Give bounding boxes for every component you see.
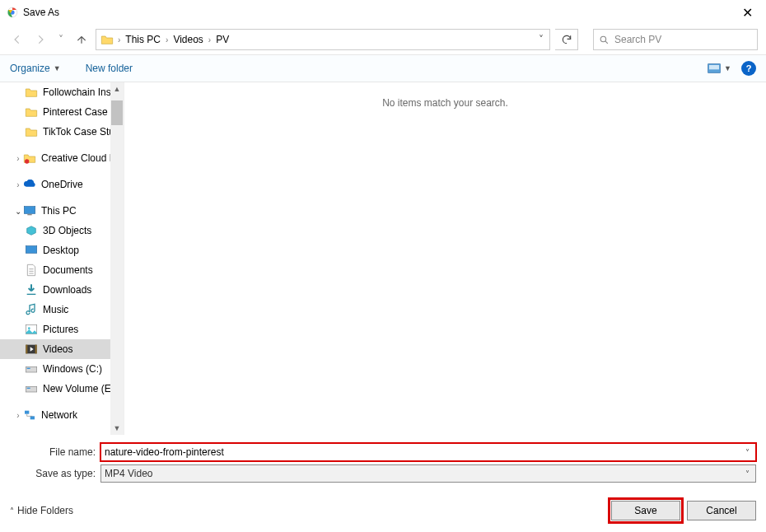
this-pc-icon <box>23 204 36 217</box>
chrome-icon <box>7 7 18 18</box>
tree-item-onedrive[interactable]: ›OneDrive <box>0 175 124 194</box>
svg-rect-13 <box>35 345 37 354</box>
svg-point-10 <box>28 327 30 329</box>
svg-rect-16 <box>26 386 36 392</box>
expand-caret[interactable]: › <box>13 411 23 420</box>
folder-icon <box>25 125 38 138</box>
forward-button[interactable] <box>31 30 49 49</box>
svg-rect-4 <box>709 65 719 69</box>
tree-item-drive-c[interactable]: Windows (C:) <box>0 359 124 379</box>
titlebar: Save As ✕ <box>0 0 766 25</box>
saveastype-label: Save as type: <box>10 468 100 479</box>
help-button[interactable]: ? <box>741 61 756 76</box>
body-area: Followchain Inst Pinterest Case St TikTo… <box>0 82 766 435</box>
save-fields: File name: ˅ Save as type: MP4 Video ˅ <box>0 435 766 488</box>
scrollbar-thumb[interactable] <box>111 100 123 125</box>
tree-item-pictures[interactable]: Pictures <box>0 320 124 339</box>
filename-input[interactable] <box>100 443 756 461</box>
new-folder-button[interactable]: New folder <box>86 63 133 74</box>
folder-icon <box>25 105 38 119</box>
close-icon[interactable]: ✕ <box>736 5 759 21</box>
folder-icon <box>100 32 114 47</box>
toolbar: Organize ▼ New folder ▼ ? <box>0 54 766 82</box>
pictures-icon <box>25 323 38 336</box>
hide-folders-button[interactable]: ˄ Hide Folders <box>10 505 73 516</box>
cancel-button[interactable]: Cancel <box>687 501 756 520</box>
tree-item-this-pc[interactable]: ⌄This PC <box>0 201 124 221</box>
chevron-right-icon[interactable]: › <box>162 35 171 44</box>
refresh-button[interactable] <box>555 29 578 50</box>
crumb-videos[interactable]: Videos <box>171 34 204 45</box>
chevron-right-icon[interactable]: › <box>205 35 214 44</box>
downloads-icon <box>25 283 38 296</box>
scroll-down-icon[interactable]: ▼ <box>110 422 124 435</box>
search-icon <box>599 35 610 45</box>
tree-item-music[interactable]: Music <box>0 300 124 320</box>
window-title: Save As <box>23 7 59 18</box>
navigation-tree[interactable]: Followchain Inst Pinterest Case St TikTo… <box>0 82 124 435</box>
svg-rect-15 <box>27 368 30 369</box>
videos-icon <box>25 343 38 356</box>
music-icon <box>25 303 38 316</box>
saveastype-dropdown[interactable]: ˅ <box>740 466 754 481</box>
crumb-pv[interactable]: PV <box>214 34 231 45</box>
nav-row: ˅ › This PC › Videos › PV ˅ Search PV <box>0 25 766 54</box>
creative-cloud-icon <box>23 152 36 165</box>
expand-caret[interactable]: › <box>13 154 23 163</box>
svg-rect-18 <box>25 411 29 414</box>
tree-item-desktop[interactable]: Desktop <box>0 240 124 260</box>
empty-message: No items match your search. <box>382 97 508 435</box>
chevron-down-icon: ▼ <box>54 64 61 72</box>
chevron-down-icon: ▼ <box>724 64 731 72</box>
bottom-bar: ˄ Hide Folders Save Cancel <box>0 488 766 532</box>
tree-item-pinterest[interactable]: Pinterest Case St <box>0 102 124 122</box>
scroll-up-icon[interactable]: ▲ <box>110 82 124 96</box>
tree-item-downloads[interactable]: Downloads <box>0 280 124 300</box>
save-button[interactable]: Save <box>611 501 680 520</box>
thumbnail-icon <box>708 63 721 73</box>
tree-item-drive-e[interactable]: New Volume (E:) <box>0 379 124 399</box>
drive-icon <box>25 382 38 395</box>
breadcrumb-history-dropdown[interactable]: ˅ <box>533 34 549 45</box>
search-input[interactable]: Search PV <box>593 29 758 50</box>
organize-menu[interactable]: Organize ▼ <box>10 63 61 74</box>
svg-rect-19 <box>30 416 35 419</box>
svg-rect-7 <box>27 214 31 215</box>
file-list-area: No items match your search. <box>124 82 766 435</box>
svg-rect-8 <box>26 246 36 254</box>
svg-point-2 <box>600 36 606 42</box>
tree-item-tiktok[interactable]: TikTok Case Stuc <box>0 122 124 142</box>
tree-item-network[interactable]: ›Network <box>0 405 124 425</box>
tree-item-creative-cloud[interactable]: ›Creative Cloud Fil <box>0 148 124 168</box>
documents-icon <box>25 264 38 277</box>
svg-rect-12 <box>26 345 27 354</box>
back-button[interactable] <box>8 30 26 49</box>
expand-caret[interactable]: › <box>13 180 23 189</box>
onedrive-icon <box>23 178 36 191</box>
drive-icon <box>25 362 38 376</box>
tree-item-videos[interactable]: Videos <box>0 339 124 359</box>
desktop-icon <box>25 244 38 257</box>
chevron-right-icon[interactable]: › <box>114 35 124 44</box>
svg-rect-14 <box>26 366 36 372</box>
crumb-this-pc[interactable]: This PC <box>124 34 162 45</box>
search-placeholder: Search PV <box>614 34 661 45</box>
svg-rect-6 <box>24 207 35 214</box>
tree-item-followchain[interactable]: Followchain Inst <box>0 82 124 102</box>
chevron-up-icon: ˄ <box>10 506 14 516</box>
filename-dropdown[interactable]: ˅ <box>740 445 754 460</box>
3d-objects-icon <box>25 224 38 237</box>
svg-rect-17 <box>27 388 30 389</box>
breadcrumb[interactable]: › This PC › Videos › PV ˅ <box>96 29 550 50</box>
up-button[interactable] <box>72 30 91 49</box>
tree-scrollbar[interactable]: ▲ ▼ <box>110 82 124 435</box>
folder-icon <box>25 86 38 99</box>
view-mode-button[interactable]: ▼ <box>708 63 731 73</box>
recent-dropdown[interactable]: ˅ <box>54 34 68 45</box>
network-icon <box>23 408 36 422</box>
saveastype-combo[interactable]: MP4 Video <box>100 464 756 483</box>
tree-item-documents[interactable]: Documents <box>0 260 124 280</box>
expand-caret[interactable]: ⌄ <box>13 207 23 216</box>
svg-point-5 <box>25 159 29 163</box>
tree-item-3d-objects[interactable]: 3D Objects <box>0 221 124 240</box>
